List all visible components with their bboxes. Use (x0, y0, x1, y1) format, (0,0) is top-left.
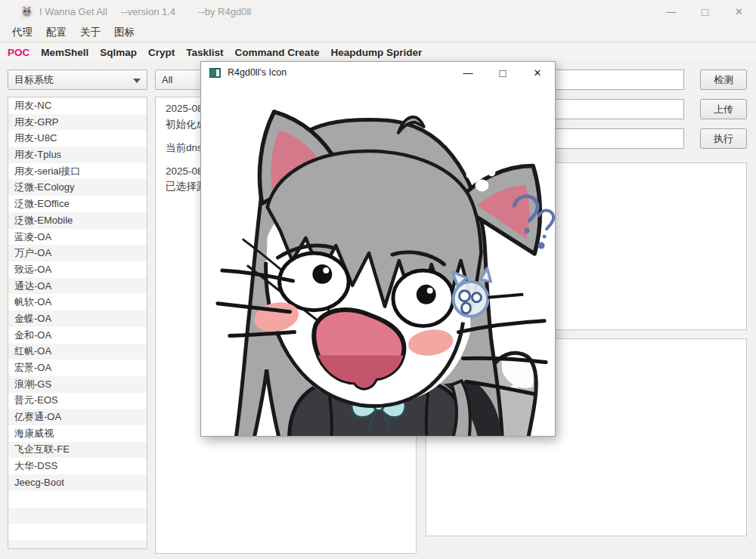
menu-item[interactable]: 图标 (107, 23, 141, 42)
popup-title: R4gd0ll's Icon (228, 67, 287, 78)
menu-item[interactable]: 代理 (5, 23, 39, 42)
menubar: 代理配置关于图标 (0, 23, 756, 42)
list-item[interactable]: 亿赛通-OA (8, 409, 147, 425)
version-text: --version 1.4 (121, 6, 175, 17)
list-item[interactable]: 海康威视 (8, 425, 147, 442)
list-item[interactable]: 飞企互联-FE (8, 441, 147, 458)
popup-minimize-icon[interactable]: — (451, 62, 485, 83)
tab[interactable]: Command Create (235, 47, 320, 58)
list-item[interactable]: 用友-GRP (8, 114, 147, 131)
tabbar: POCMemShellSqlmapCryptTasklistCommand Cr… (0, 43, 756, 61)
main-window: I Wanna Get All --version 1.4 --by R4gd0… (0, 0, 756, 559)
list-item[interactable]: 金蝶-OA (8, 310, 147, 327)
vulnerability-dropdown-value: All (162, 74, 172, 85)
popup-titlebar: R4gd0ll's Icon — □ ✕ (201, 62, 555, 83)
minimize-icon[interactable]: — (654, 0, 688, 23)
menu-item[interactable]: 配置 (39, 23, 73, 42)
target-system-dropdown[interactable]: 目标系统 (8, 69, 147, 90)
list-item[interactable]: 泛微-ECology (8, 179, 147, 196)
list-item[interactable]: 宏景-OA (8, 360, 147, 376)
execute-button[interactable]: 执行 (700, 128, 747, 149)
tab[interactable]: Sqlmap (100, 47, 137, 58)
list-item[interactable]: 用友-Tplus (8, 147, 147, 163)
titlebar: I Wanna Get All --version 1.4 --by R4gd0… (0, 0, 756, 23)
popup-maximize-icon[interactable]: □ (485, 62, 520, 83)
window-controls: — □ ✕ (654, 0, 756, 23)
window-title: I Wanna Get All (39, 6, 107, 17)
target-system-list: 用友-NC用友-GRP用友-U8C用友-Tplus用友-serial接口泛微-E… (8, 97, 147, 549)
tab[interactable]: Crypt (148, 47, 175, 58)
list-item[interactable]: 帆软-OA (8, 294, 147, 310)
menu-item[interactable]: 关于 (73, 23, 107, 42)
tab[interactable]: MemShell (41, 47, 88, 58)
tab[interactable]: Tasklist (186, 47, 223, 58)
chevron-down-icon (133, 79, 141, 83)
upload-button[interactable]: 上传 (700, 99, 747, 119)
list-item[interactable]: 用友-serial接口 (8, 163, 147, 180)
close-icon[interactable]: ✕ (722, 0, 756, 23)
detect-button[interactable]: 检测 (700, 69, 747, 90)
tab[interactable]: Heapdump Sprider (330, 47, 422, 58)
list-item[interactable]: 用友-U8C (8, 130, 147, 147)
popup-close-icon[interactable]: ✕ (520, 62, 555, 83)
author-text: --by R4gd0ll (198, 6, 251, 17)
list-item[interactable]: 蓝凌-OA (8, 229, 147, 246)
app-icon (20, 5, 33, 18)
list-item[interactable]: 用友-NC (8, 97, 147, 114)
icon-popup-window: R4gd0ll's Icon — □ ✕ (200, 61, 556, 437)
popup-window-controls: — □ ✕ (451, 62, 555, 83)
list-item[interactable]: 万户-OA (8, 245, 147, 261)
popup-image-area (201, 83, 555, 436)
list-item[interactable]: 普元-EOS (8, 392, 147, 409)
list-item[interactable]: 泛微-EMobile (8, 212, 147, 229)
list-item[interactable]: 红帆-OA (8, 343, 147, 360)
list-item[interactable]: 致远-OA (8, 261, 147, 278)
list-item[interactable]: 大华-DSS (8, 458, 147, 474)
list-item[interactable]: 通达-OA (8, 278, 147, 295)
list-item[interactable]: 金和-OA (8, 327, 147, 344)
list-item[interactable]: Jeecg-Boot (8, 474, 147, 491)
catgirl-illustration (201, 83, 555, 436)
maximize-icon[interactable]: □ (688, 0, 722, 23)
popup-window-icon (209, 68, 221, 78)
target-system-dropdown-value: 目标系统 (14, 73, 54, 87)
tab[interactable]: POC (8, 47, 29, 58)
list-item[interactable]: 浪潮-GS (8, 376, 147, 393)
list-item[interactable]: 泛微-EOffice (8, 196, 147, 212)
